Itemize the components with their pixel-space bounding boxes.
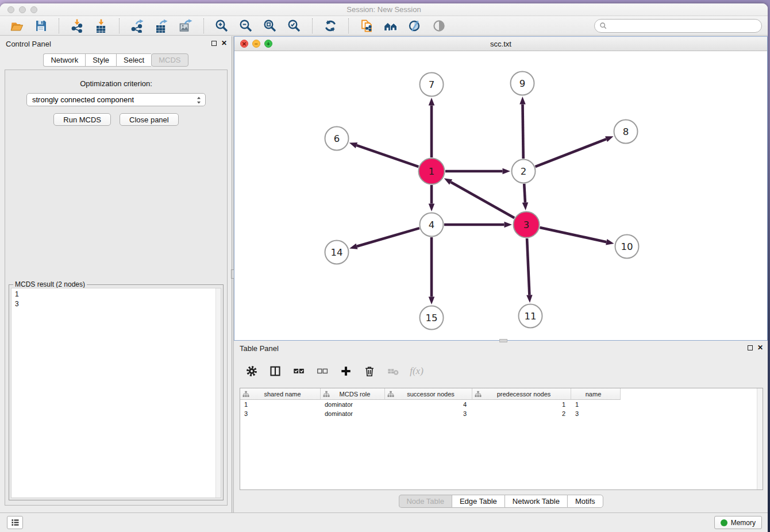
node-10[interactable]: 10 <box>615 235 639 259</box>
export-image-button[interactable] <box>177 17 194 34</box>
clone-network-button[interactable] <box>358 17 375 34</box>
edge-2-3[interactable] <box>522 184 528 210</box>
tab-select[interactable]: Select <box>116 53 151 67</box>
close-panel-button[interactable]: Close panel <box>120 113 179 126</box>
import-network-button[interactable] <box>68 17 86 34</box>
float-table-panel-icon[interactable] <box>748 345 753 350</box>
run-mcds-button[interactable]: Run MCDS <box>53 113 111 126</box>
edge-3-1[interactable] <box>444 178 514 218</box>
refresh-button[interactable] <box>322 17 339 34</box>
node-11[interactable]: 11 <box>519 304 542 328</box>
column-header-mcds-role[interactable]: MCDS role <box>321 388 385 400</box>
column-label: MCDS role <box>330 391 384 398</box>
export-network-button[interactable] <box>129 17 146 34</box>
edge-4-3[interactable] <box>444 222 512 228</box>
table-row[interactable]: 1dominator411 <box>240 400 763 409</box>
zoom-selected-button[interactable] <box>286 17 303 34</box>
select-all-checkboxes-icon <box>292 365 305 377</box>
column-header-name[interactable]: name <box>571 388 621 400</box>
edge-4-14[interactable] <box>349 228 419 249</box>
table-tab-edge-table[interactable]: Edge Table <box>452 495 505 508</box>
table-tab-network-table[interactable]: Network Table <box>505 495 567 508</box>
table-row[interactable]: 3dominator323 <box>240 409 763 418</box>
edge-2-9[interactable] <box>519 97 525 159</box>
memory-status-dot <box>721 519 727 526</box>
criterion-dropdown[interactable]: strongly connected component <box>26 93 206 106</box>
table-options-gear-button[interactable] <box>244 364 259 379</box>
search-icon <box>599 22 607 30</box>
table-scrollbar[interactable] <box>757 388 763 489</box>
table-cell[interactable]: 1 <box>571 401 621 408</box>
table-cell[interactable]: 3 <box>240 410 321 417</box>
show-columns-button[interactable] <box>268 364 283 379</box>
node-2[interactable]: 2 <box>512 160 536 183</box>
node-4[interactable]: 4 <box>420 213 444 237</box>
memory-button[interactable]: Memory <box>714 516 762 529</box>
node-label: 4 <box>429 219 435 230</box>
edge-1-2[interactable] <box>445 168 510 175</box>
table-cell[interactable]: 3 <box>385 410 472 417</box>
node-label: 15 <box>426 313 438 323</box>
edge-3-11[interactable] <box>526 238 532 303</box>
birds-eye-view-button[interactable] <box>430 17 448 34</box>
zoom-out-button[interactable] <box>237 17 255 34</box>
zoom-in-button[interactable] <box>213 17 230 34</box>
import-table-button[interactable] <box>93 17 110 34</box>
graphics-details-button[interactable] <box>406 17 424 34</box>
tab-mcds[interactable]: MCDS <box>151 53 188 67</box>
node-6[interactable]: 6 <box>325 127 349 151</box>
node-3[interactable]: 3 <box>514 212 540 238</box>
table-cell[interactable]: 1 <box>240 401 321 408</box>
mcds-result-textarea[interactable]: 13 <box>11 288 221 498</box>
deselect-all-checkboxes-button[interactable] <box>315 364 330 379</box>
node-8[interactable]: 8 <box>614 120 638 144</box>
table-cell[interactable]: 1 <box>472 401 571 408</box>
column-header-predecessor-nodes[interactable]: predecessor nodes <box>472 388 571 400</box>
table-tab-node-table[interactable]: Node Table <box>398 495 452 508</box>
show-columns-icon <box>269 365 282 377</box>
table-cell[interactable]: dominator <box>321 410 385 417</box>
node-7[interactable]: 7 <box>420 73 444 97</box>
horizontal-splitter-grip[interactable] <box>499 339 507 342</box>
column-header-successor-nodes[interactable]: successor nodes <box>385 388 472 400</box>
tab-style[interactable]: Style <box>85 53 116 67</box>
open-file-button[interactable] <box>8 17 25 34</box>
node-15[interactable]: 15 <box>420 306 444 330</box>
edge-1-7[interactable] <box>429 98 435 157</box>
toolbar-separator <box>203 18 204 33</box>
table-cell[interactable]: dominator <box>321 401 385 408</box>
node-1[interactable]: 1 <box>419 159 445 184</box>
main-toolbar <box>0 16 768 36</box>
node-label: 11 <box>525 311 537 322</box>
network-canvas[interactable]: 7968124314101511 <box>234 51 767 340</box>
table-cell[interactable]: 4 <box>385 401 472 408</box>
edge-1-6[interactable] <box>349 142 419 167</box>
edge-2-8[interactable] <box>536 136 614 167</box>
mcds-panel: Optimization criterion: strongly connect… <box>5 70 228 506</box>
table-tab-motifs[interactable]: Motifs <box>567 495 603 508</box>
float-panel-icon[interactable] <box>211 41 217 46</box>
export-table-button[interactable] <box>153 17 170 34</box>
table-cell[interactable]: 3 <box>571 410 621 417</box>
zoom-fit-button[interactable] <box>261 17 279 34</box>
save-session-button[interactable] <box>32 17 49 34</box>
edge-3-10[interactable] <box>540 228 614 245</box>
node-label: 10 <box>621 241 633 252</box>
column-header-shared-name[interactable]: shared name <box>240 388 321 400</box>
select-all-checkboxes-button[interactable] <box>291 364 306 379</box>
close-table-panel-icon[interactable]: ✕ <box>757 344 763 351</box>
node-9[interactable]: 9 <box>511 72 534 95</box>
task-history-button[interactable] <box>7 516 23 529</box>
table-cell[interactable]: 2 <box>472 410 571 417</box>
add-column-button[interactable] <box>338 364 353 379</box>
close-panel-icon[interactable]: ✕ <box>221 40 227 47</box>
result-scrollbar[interactable] <box>215 288 221 498</box>
search-input[interactable] <box>607 20 761 32</box>
edge-1-4[interactable] <box>429 185 435 211</box>
tab-network[interactable]: Network <box>43 53 85 67</box>
first-neighbors-button[interactable] <box>382 17 399 34</box>
edge-4-15[interactable] <box>429 237 435 304</box>
delete-column-button[interactable] <box>362 364 377 379</box>
network-view[interactable]: 7968124314101511 <box>234 51 767 340</box>
node-14[interactable]: 14 <box>325 241 349 264</box>
